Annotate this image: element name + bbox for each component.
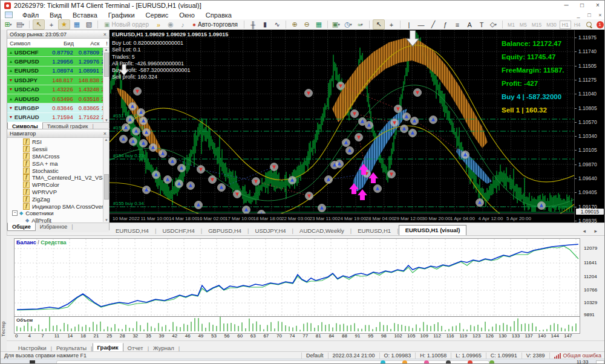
bars-chart-icon[interactable]: ╫ bbox=[247, 20, 258, 29]
search-icon[interactable] bbox=[584, 20, 595, 29]
channel-tool-icon[interactable]: ≡ bbox=[452, 20, 463, 29]
tab-navigator-1[interactable]: Избранное bbox=[36, 223, 72, 230]
accounts-icon[interactable]: ◉ bbox=[165, 20, 176, 29]
chart-tab-2[interactable]: GBPUSD,H4 bbox=[202, 226, 247, 236]
market-watch-header[interactable]: Обзор рынка: 23:05:07 × bbox=[7, 30, 109, 39]
menu-item-сервис[interactable]: Сервис bbox=[140, 11, 174, 19]
close-icon[interactable]: × bbox=[590, 1, 605, 10]
child-minimize-icon[interactable]: _ bbox=[573, 12, 584, 18]
navigator-item[interactable]: fSessii bbox=[7, 146, 109, 153]
column-header-3[interactable]: ! bbox=[99, 40, 109, 47]
line-chart-icon[interactable]: ∿ bbox=[272, 20, 283, 29]
menu-item-файл[interactable]: Файл bbox=[17, 11, 44, 19]
timeframe-m30[interactable]: M30 bbox=[544, 21, 558, 28]
navigator-scrollbar[interactable]: ▲▼ bbox=[103, 138, 109, 222]
periods-icon[interactable]: ◷▼ bbox=[343, 20, 354, 29]
menu-item-справка[interactable]: Справка bbox=[200, 11, 237, 19]
title-bar[interactable]: 20262979: Tickmill MT4 Client Terminal -… bbox=[1, 1, 605, 10]
time-axis[interactable]: 10 Mar 202211 Mar 10:0014 Mar 18:0016 Ma… bbox=[110, 213, 574, 223]
new-order-button[interactable]: ▣Новый ордер bbox=[102, 20, 151, 29]
taskbar-app-icon[interactable] bbox=[446, 360, 451, 364]
tab-tester-2[interactable]: График bbox=[93, 343, 123, 352]
candles-chart-icon[interactable]: ▮ bbox=[260, 20, 270, 29]
cursor-icon[interactable]: ↖ bbox=[33, 19, 45, 30]
chart-tab-6[interactable]: EURUSD,H1 (visual) bbox=[399, 225, 467, 236]
hline-tool-icon[interactable]: — bbox=[416, 20, 427, 29]
navigator-item[interactable]: ◆AllProfit bbox=[7, 217, 109, 223]
timeframe-h4[interactable]: H4 bbox=[572, 21, 583, 28]
navigator-item[interactable]: fZigZag bbox=[7, 195, 109, 203]
market-watch-row[interactable]: ▼EURAUD1.715941.7162228 bbox=[7, 113, 109, 122]
shapes-tool-icon[interactable]: ◇▼ bbox=[488, 20, 499, 29]
navigator-header[interactable]: Навигатор × bbox=[7, 129, 109, 138]
vline-tool-icon[interactable]: | bbox=[404, 20, 414, 29]
trendline-tool-icon[interactable]: ╱ bbox=[428, 20, 439, 29]
child-restore-icon[interactable]: □ bbox=[584, 12, 595, 18]
maximize-icon[interactable]: □ bbox=[574, 1, 590, 10]
indicators-icon[interactable]: ≈▼ bbox=[355, 20, 366, 29]
timeframe-m15[interactable]: M15 bbox=[530, 21, 544, 28]
navigator-item[interactable]: fTMA_Centered_H1_V2_VS bbox=[7, 174, 109, 181]
tile-windows-icon[interactable]: ▦ bbox=[313, 20, 324, 29]
chart-window[interactable]: #151 buy 0.1#153 buy 0.15#154 buy 0.23#1… bbox=[110, 30, 605, 223]
taskbar-app-icon[interactable] bbox=[468, 360, 473, 364]
crosshair-tool-icon[interactable]: + bbox=[386, 20, 397, 29]
menu-item-окно[interactable]: Окно bbox=[174, 11, 200, 19]
menu-item-вид[interactable]: Вид bbox=[44, 11, 67, 19]
chart-tab-0[interactable]: EURUSD,H4 bbox=[110, 226, 155, 236]
minimize-icon[interactable]: ─ bbox=[558, 1, 574, 10]
close-icon[interactable]: × bbox=[103, 31, 106, 37]
new-chart-icon[interactable]: ⊞▼ bbox=[3, 20, 14, 29]
chart-tab-5[interactable]: EURUSD,H1 bbox=[352, 226, 397, 236]
sounds-icon[interactable]: ♪ bbox=[177, 20, 188, 29]
taskbar-app-icon[interactable] bbox=[424, 360, 429, 364]
column-header-2[interactable]: Аск bbox=[74, 40, 99, 47]
menu-item-вставка[interactable]: Вставка bbox=[67, 11, 103, 19]
tab-navigator-0[interactable]: Общие bbox=[7, 223, 36, 231]
timeframe-h1[interactable]: H1 bbox=[560, 21, 571, 29]
text-tool-icon[interactable]: A bbox=[464, 20, 475, 29]
navigator-item[interactable]: fWPRVVP bbox=[7, 189, 109, 196]
taskbar-app-icon[interactable] bbox=[381, 360, 385, 364]
fibo-tool-icon[interactable]: ƒ bbox=[440, 20, 451, 29]
column-header-0[interactable]: Символ bbox=[7, 40, 48, 47]
price-scale[interactable]: 1.119751.117401.115051.112751.110401.108… bbox=[574, 30, 605, 223]
child-close-icon[interactable]: × bbox=[595, 12, 605, 18]
navigator-item[interactable]: fRSI bbox=[7, 138, 109, 146]
market-watch-row[interactable]: ▲AUDUSD0.634960.6351822 bbox=[7, 94, 109, 103]
market-watch-scrollbar[interactable]: ▲▼ bbox=[103, 48, 109, 122]
timeframe-m1[interactable]: M1 bbox=[506, 21, 517, 28]
navigator-item[interactable]: fWPRColor bbox=[7, 181, 109, 189]
alert-badge[interactable]: 1 bbox=[597, 21, 604, 28]
zoom-out-icon[interactable]: ⊖ bbox=[301, 20, 312, 29]
chart-tab-1[interactable]: USDCHF,H4 bbox=[156, 226, 200, 236]
market-watch-row[interactable]: ▼EURGBP0.838460.8386519 bbox=[7, 103, 109, 112]
market-watch-row[interactable]: ▲USDCHF0.877920.8780917 bbox=[7, 48, 109, 57]
market-watch-row[interactable]: ▼USDCAD1.432261.4324822 bbox=[7, 85, 109, 94]
timeframe-m5[interactable]: M5 bbox=[518, 21, 529, 28]
navigator-item[interactable]: fИндикатор SMA CrossOver Ju bbox=[7, 203, 109, 210]
taskbar-tray-icon[interactable] bbox=[596, 360, 604, 364]
navigator-item[interactable]: fSMACross bbox=[7, 153, 109, 160]
zoom-in-icon[interactable]: ⊕ bbox=[289, 20, 300, 29]
navigator-item-experts[interactable]: −◆Советники bbox=[7, 210, 109, 217]
market-watch-row[interactable]: ▲EURUSD1.089741.0899117 bbox=[7, 67, 109, 76]
close-icon[interactable]: × bbox=[103, 131, 106, 137]
column-header-1[interactable]: Бид bbox=[48, 40, 74, 47]
market-watch-row[interactable]: ▲GBPUSD1.299561.2997620 bbox=[7, 57, 109, 66]
collapse-icon[interactable]: − bbox=[12, 210, 18, 216]
expert-advisors-icon[interactable]: » bbox=[153, 20, 164, 29]
taskbar-app-icon[interactable] bbox=[402, 360, 407, 364]
windows-taskbar[interactable]: 11:33 bbox=[1, 359, 605, 364]
arrange-icon[interactable]: ▣▼ bbox=[331, 20, 342, 29]
tester-side-tab[interactable]: Тестер bbox=[1, 316, 7, 342]
profiles-icon[interactable]: ▤▼ bbox=[15, 20, 26, 29]
tester-icon[interactable]: ▧ bbox=[83, 20, 94, 29]
chart-tab-4[interactable]: AUDCAD,Weekly bbox=[293, 226, 350, 236]
autotrade-button[interactable]: ●Авто-торговля bbox=[190, 20, 240, 29]
market-watch-row[interactable]: ▼USDJPY148.817148.83821 bbox=[7, 76, 109, 85]
start-button-icon[interactable] bbox=[30, 360, 35, 364]
navigator-item[interactable]: fSSA + ma bbox=[7, 160, 109, 167]
taskbar-app-icon[interactable] bbox=[489, 360, 494, 364]
templates-icon[interactable]: ★ bbox=[58, 19, 70, 30]
